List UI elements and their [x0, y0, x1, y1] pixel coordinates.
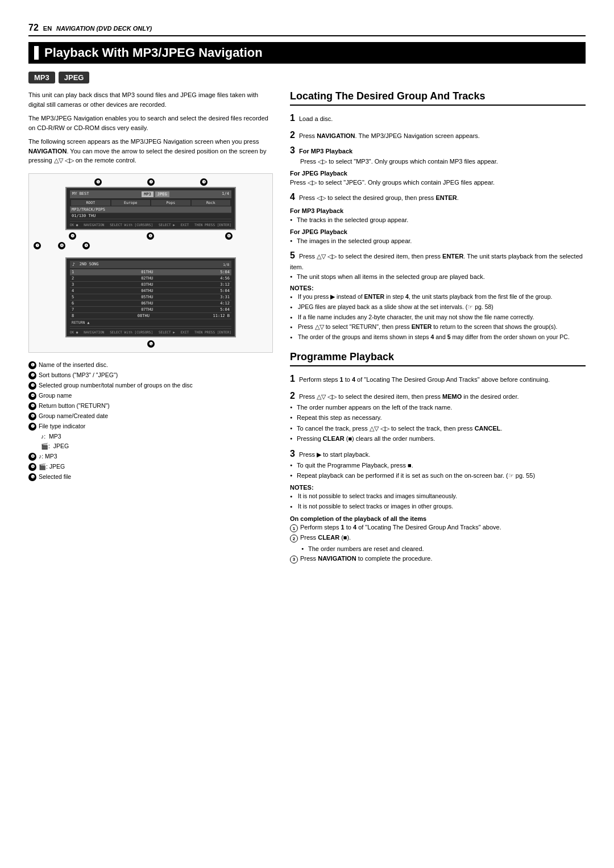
left-column: This unit can play back discs that MP3 s… — [28, 90, 273, 567]
step-5: 5 Press △▽ ◁▷ to select the desired item… — [290, 249, 586, 281]
completion-step-1: 1 Perform steps 1 to 4 of "Locating The … — [290, 524, 586, 532]
badge-row: MP3 JPEG — [28, 72, 586, 84]
callout-item-10: ❿ Selected file — [28, 473, 273, 481]
callout-label-2: ❷ — [147, 178, 155, 186]
prog-step-3: 3 Press ▶ to start playback. To quit the… — [290, 447, 586, 481]
nav-label: NAVIGATION (DVD DECK ONLY) — [56, 25, 152, 32]
lang-label: EN — [43, 25, 52, 32]
step-4-jpeg: For JPEG Playback The images in the sele… — [290, 228, 586, 246]
callout-item-9: ❾ 🎬: JPEG — [28, 462, 273, 471]
jpeg-badge: JPEG — [59, 72, 90, 84]
callout-label-10: ❿ — [147, 340, 155, 347]
step-1: 1 Load a disc. — [290, 111, 586, 125]
right-column: Locating The Desired Group And Tracks 1 … — [290, 90, 586, 567]
callout-label-3: ❸ — [200, 178, 208, 186]
completion-section: On completion of the playback of all the… — [290, 515, 586, 564]
intro-para-3: The following screen appears as the MP3/… — [28, 137, 273, 165]
notes-box-2: NOTES: It is not possible to select trac… — [290, 484, 586, 511]
callout-item-6: ❻ Group name/Created date — [28, 412, 273, 420]
callout-label-6: ❻ — [225, 232, 233, 240]
bottom-screen: ♪ 2ND SONG 1/8 101THU5:04 202THU4:56 303… — [65, 257, 236, 337]
prog-step-1: 1 Perform steps 1 to 4 of "Locating The … — [290, 372, 586, 386]
intro-para-2: The MP3/JPEG Navigation enables you to s… — [28, 114, 273, 132]
step-3: 3 For MP3 Playback Press ◁▷ to select "M… — [290, 145, 586, 166]
callout-item-7b: 🎬: JPEG — [28, 442, 273, 450]
prog-step-2: 2 Press △▽ ◁▷ to select the desired item… — [290, 389, 586, 444]
mp3-badge: MP3 — [28, 72, 55, 84]
prog-section-title: Programme Playback — [290, 351, 586, 366]
main-layout: This unit can play back discs that MP3 s… — [28, 90, 586, 567]
callout-label-9: ❾ — [82, 242, 90, 249]
callout-item-4: ❹ Group name — [28, 391, 273, 400]
page-title: Playback With MP3/JPEG Navigation — [28, 42, 586, 64]
callout-item-3: ❸ Selected group number/total number of … — [28, 381, 273, 390]
prog-section: Programme Playback 1 Perform steps 1 to … — [290, 351, 586, 564]
callout-label-5: ❺ — [147, 232, 154, 240]
step-4-mp3: For MP3 Playback The tracks in the selec… — [290, 207, 586, 225]
callout-item-7: ❼ File type indicator — [28, 422, 273, 431]
callout-label-4: ❹ — [69, 232, 76, 240]
callout-label-1: ❶ — [94, 178, 102, 186]
notes-box-1: NOTES: If you press ▶ instead of ENTER i… — [290, 285, 586, 342]
completion-step-2: 2 Press CLEAR (■). — [290, 534, 586, 542]
page-header: 72 EN NAVIGATION (DVD DECK ONLY) — [28, 23, 586, 36]
callout-item-2: ❷ Sort buttons ("MP3" / "JPEG") — [28, 371, 273, 379]
completion-header: On completion of the playback of all the… — [290, 515, 586, 522]
callout-item-1: ❶ Name of the inserted disc. — [28, 361, 273, 369]
section1-title: Locating The Desired Group And Tracks — [290, 90, 586, 106]
diagram-container: ❶ ❷ ❸ MY BEST MP3 JPEG 1/4 ROOT Europe — [28, 173, 273, 353]
callout-list: ❶ Name of the inserted disc. ❷ Sort butt… — [28, 361, 273, 481]
callout-item-8: ❽ ♪: MP3 — [28, 452, 273, 461]
step-3b: For JPEG Playback Press ◁▷ to select "JP… — [290, 170, 586, 187]
callout-item-7a: ♪: MP3 — [28, 432, 273, 441]
callout-label-7: ❼ — [34, 242, 41, 249]
step-4: 4 Press ◁▷ to select the desired group, … — [290, 190, 586, 204]
step-2: 2 Press NAVIGATION. The MP3/JPEG Navigat… — [290, 128, 586, 142]
step-3-label: 3 For MP3 Playback — [290, 145, 586, 156]
intro-para-1: This unit can play back discs that MP3 s… — [28, 90, 273, 109]
callout-label-8: ❽ — [58, 242, 65, 249]
completion-step-3: 3 Press NAVIGATION to complete the proce… — [290, 555, 586, 564]
top-screen: MY BEST MP3 JPEG 1/4 ROOT Europe Pops Ro… — [65, 187, 236, 230]
page-number: 72 — [28, 23, 39, 33]
callout-item-5: ❺ Return button ("RETURN") — [28, 402, 273, 410]
